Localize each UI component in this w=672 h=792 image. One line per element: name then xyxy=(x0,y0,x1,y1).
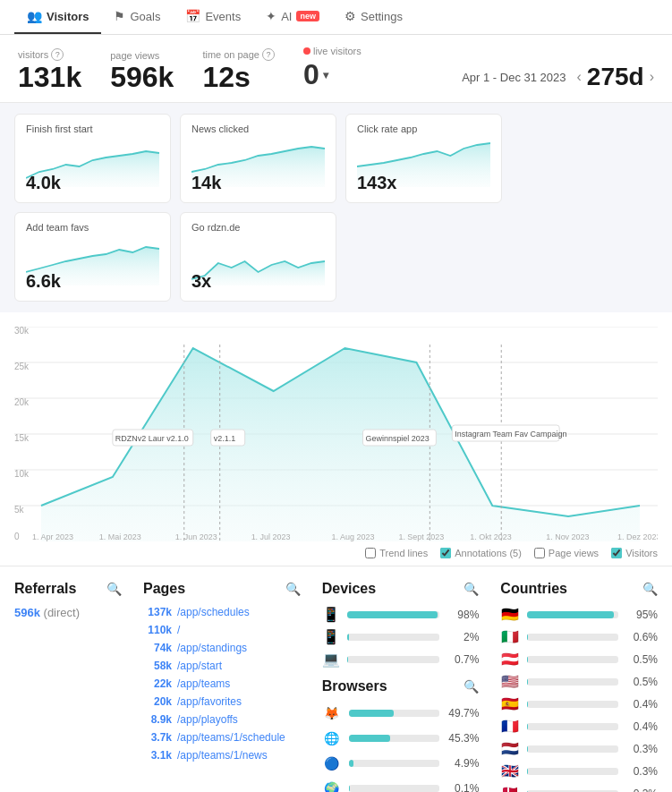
event-card-title-0: Finish first start xyxy=(26,123,159,134)
country-bar xyxy=(527,634,528,641)
page-row[interactable]: 110k/ xyxy=(143,624,301,636)
stat-visitors-value: 131k xyxy=(18,63,81,91)
page-num: 8.9k xyxy=(143,713,172,726)
visitors-info-icon[interactable]: ? xyxy=(51,48,64,61)
country-pct: 0.4% xyxy=(625,698,658,711)
country-bar xyxy=(527,656,528,663)
devices-search-btn[interactable]: 🔍 xyxy=(464,582,479,596)
referral-value: 596k xyxy=(14,606,40,619)
country-flag: 🇺🇸 xyxy=(500,673,520,690)
bottom-sections: Referrals 🔍 596k (direct) Pages 🔍 137k/a… xyxy=(0,566,672,792)
country-row: 🇦🇹 0.5% xyxy=(500,651,658,668)
svg-text:1. Aug 2023: 1. Aug 2023 xyxy=(332,532,375,541)
page-row[interactable]: 3.1k/app/teams/1/news xyxy=(143,749,301,762)
page-num: 3.1k xyxy=(143,749,172,762)
stat-time: time on page ? 12s xyxy=(202,48,275,91)
date-next-btn[interactable]: › xyxy=(650,69,654,85)
country-bar-wrap xyxy=(527,768,618,775)
stat-pageviews-value: 596k xyxy=(110,63,174,91)
nav-settings[interactable]: ⚙ Settings xyxy=(332,0,415,34)
country-bar-wrap xyxy=(527,634,618,641)
svg-text:1. Nov 2023: 1. Nov 2023 xyxy=(546,532,589,541)
page-row[interactable]: 137k/app/schedules xyxy=(143,606,301,618)
ai-badge: new xyxy=(296,11,319,21)
svg-text:5k: 5k xyxy=(14,505,24,515)
country-bar xyxy=(527,611,614,618)
page-path: /app/teams/1/schedule xyxy=(177,731,285,744)
page-path: /app/start xyxy=(177,660,222,672)
stat-live: live visitors 0 ▾ xyxy=(303,46,362,91)
referrals-title: Referrals xyxy=(14,581,76,597)
event-card-2[interactable]: Click rate app 143x xyxy=(345,114,502,203)
country-flag: 🇪🇸 xyxy=(500,695,520,712)
stat-visitors-label: visitors ? xyxy=(18,48,81,61)
nav-events[interactable]: 📅 Events xyxy=(173,0,253,34)
page-num: 74k xyxy=(143,642,172,654)
event-card-0[interactable]: Finish first start 4.0k xyxy=(14,114,171,203)
page-row[interactable]: 58k/app/start xyxy=(143,660,301,672)
date-prev-btn[interactable]: ‹ xyxy=(577,69,582,85)
country-bar-wrap xyxy=(527,678,618,686)
legend-visitors[interactable]: Visitors xyxy=(611,548,658,558)
svg-text:30k: 30k xyxy=(14,327,29,336)
browser-row: 🌍 0.1% xyxy=(322,779,480,792)
live-chevron[interactable]: ▾ xyxy=(323,69,328,81)
browsers-search-btn[interactable]: 🔍 xyxy=(464,679,479,694)
browser-icon: 🌍 xyxy=(322,779,342,792)
svg-text:0: 0 xyxy=(14,532,20,541)
event-card-4[interactable]: Go rdzn.de 3x xyxy=(180,212,336,302)
event-card-title-1: News clicked xyxy=(191,123,325,134)
svg-text:15k: 15k xyxy=(14,433,29,443)
devices-browsers-section: Devices 🔍 📱 98% 📱 2% 💻 0.7% Browsers 🔍 🦊… xyxy=(322,581,480,792)
countries-search-btn[interactable]: 🔍 xyxy=(642,582,658,596)
page-row[interactable]: 74k/app/standings xyxy=(143,642,301,654)
page-row[interactable]: 8.9k/app/playoffs xyxy=(143,713,301,726)
page-row[interactable]: 3.7k/app/teams/1/schedule xyxy=(143,731,301,744)
country-row: 🇩🇪 95% xyxy=(500,606,658,623)
svg-text:1. Apr 2023: 1. Apr 2023 xyxy=(32,532,73,541)
days-value: 275d xyxy=(587,63,644,91)
device-bar-wrap xyxy=(347,611,440,618)
device-pct: 98% xyxy=(447,609,479,621)
nav-goals[interactable]: ⚑ Goals xyxy=(101,0,173,34)
svg-text:1. Okt 2023: 1. Okt 2023 xyxy=(470,532,511,541)
legend-pageviews[interactable]: Page views xyxy=(534,548,599,558)
country-row: 🇫🇷 0.4% xyxy=(500,718,658,735)
browser-bar-wrap xyxy=(349,760,440,767)
page-num: 22k xyxy=(143,677,172,690)
nav-ai[interactable]: ✦ AI new xyxy=(253,0,332,34)
country-bar-wrap xyxy=(527,656,618,663)
pages-search-btn[interactable]: 🔍 xyxy=(285,582,301,596)
countries-section: Countries 🔍 🇩🇪 95% 🇮🇹 0.6% 🇦🇹 0.5% 🇺🇸 0.… xyxy=(500,581,658,792)
svg-text:25k: 25k xyxy=(14,362,29,371)
referrals-search-btn[interactable]: 🔍 xyxy=(106,582,122,596)
device-pct: 2% xyxy=(447,631,479,643)
stat-live-label: live visitors xyxy=(303,46,362,56)
date-range: Apr 1 - Dec 31 2023 ‹ 275d › xyxy=(462,63,654,91)
country-row: 🇺🇸 0.5% xyxy=(500,673,658,690)
nav-visitors[interactable]: 👥 Visitors xyxy=(14,0,101,34)
device-row: 📱 98% xyxy=(322,606,480,623)
page-row[interactable]: 20k/app/favorites xyxy=(143,695,301,708)
country-bar-wrap xyxy=(527,745,618,753)
event-card-value-0: 4.0k xyxy=(26,173,61,193)
event-card-1[interactable]: News clicked 14k xyxy=(180,114,336,203)
nav-events-label: Events xyxy=(205,10,241,23)
time-info-icon[interactable]: ? xyxy=(262,48,275,61)
page-row[interactable]: 22k/app/teams xyxy=(143,677,301,690)
legend-annotations[interactable]: Annotations (5) xyxy=(440,548,522,558)
countries-list: 🇩🇪 95% 🇮🇹 0.6% 🇦🇹 0.5% 🇺🇸 0.5% 🇪🇸 0.4% 🇫… xyxy=(500,606,658,792)
svg-text:1. Mai 2023: 1. Mai 2023 xyxy=(99,532,141,541)
pages-section: Pages 🔍 137k/app/schedules110k/74k/app/s… xyxy=(143,581,301,792)
country-bar xyxy=(527,678,528,686)
event-card-3[interactable]: Add team favs 6.6k xyxy=(14,212,171,302)
country-pct: 95% xyxy=(625,609,658,621)
browsers-list: 🦊 49.7% 🌐 45.3% 🔵 4.9% 🌍 0.1% xyxy=(322,703,480,792)
svg-text:10k: 10k xyxy=(14,469,29,479)
browser-pct: 0.1% xyxy=(447,782,479,792)
legend-trendlines[interactable]: Trend lines xyxy=(365,548,428,558)
stat-visitors: visitors ? 131k xyxy=(18,48,81,91)
stat-pageviews-label: page views xyxy=(110,50,174,61)
browser-bar xyxy=(349,735,390,742)
devices-list: 📱 98% 📱 2% 💻 0.7% xyxy=(322,606,480,668)
